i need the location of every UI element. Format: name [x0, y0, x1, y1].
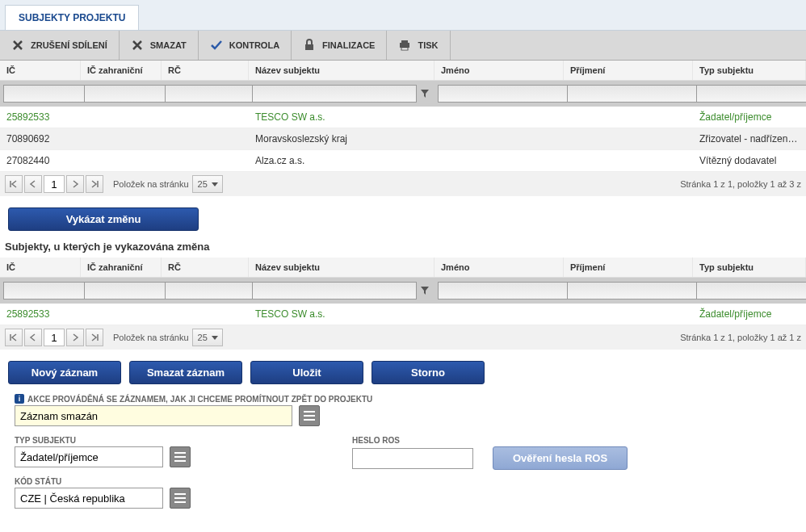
- filter-cell: [564, 280, 693, 301]
- toolbar-smazat[interactable]: SMAZAT: [120, 31, 199, 60]
- cell-jmeno: [434, 107, 564, 128]
- filter-cell: [0, 83, 81, 104]
- filter-input-prijmeni[interactable]: [567, 85, 705, 103]
- table-row[interactable]: 25892533TESCO SW a.s.Žadatel/příjemce: [0, 107, 806, 128]
- table-row[interactable]: 70890692Moravskoslezský krajZřizovatel -…: [0, 128, 806, 150]
- akce-input[interactable]: [15, 405, 292, 426]
- filter-input-typ[interactable]: [696, 85, 806, 103]
- pager-page-input[interactable]: [44, 175, 65, 193]
- toolbar-finalizace[interactable]: FINALIZACE: [292, 31, 387, 60]
- pager-perpage-select[interactable]: 25: [192, 329, 223, 346]
- pager-summary: Stránka 1 z 1, položky 1 až 3 z: [680, 179, 801, 189]
- list-picker-icon[interactable]: [170, 488, 191, 509]
- cell-rc: [162, 107, 249, 128]
- filter-cell: [162, 280, 249, 301]
- cell-ic: 25892533: [0, 107, 81, 128]
- pager: Položek na stránku 25 Stránka 1 z 1, pol…: [0, 325, 806, 350]
- toolbar-kontrola[interactable]: KONTROLA: [199, 31, 292, 60]
- list-picker-icon[interactable]: [170, 446, 191, 467]
- col-ic[interactable]: IČ: [0, 258, 81, 277]
- col-rc[interactable]: RČ: [162, 61, 249, 80]
- filter-input-jmeno[interactable]: [438, 282, 576, 300]
- heslo-ros-input[interactable]: [352, 448, 473, 469]
- grid-zmena: IČ IČ zahraniční RČ Název subjektu Jméno…: [0, 258, 806, 350]
- filter-icon[interactable]: [418, 282, 431, 300]
- filter-cell: [0, 280, 81, 301]
- pager-prev-icon[interactable]: [24, 329, 42, 346]
- pager-perpage-select[interactable]: 25: [192, 175, 223, 193]
- col-nazev[interactable]: Název subjektu: [249, 61, 434, 80]
- table-row[interactable]: 25892533TESCO SW a.s.Žadatel/příjemce: [0, 304, 806, 325]
- cell-typ: Vítězný dodavatel: [693, 150, 806, 171]
- print-icon: [398, 39, 411, 52]
- table-row[interactable]: 27082440Alza.cz a.s.Vítězný dodavatel: [0, 150, 806, 172]
- pager-first-icon[interactable]: [5, 175, 23, 193]
- pager-next-icon[interactable]: [66, 175, 84, 193]
- col-rc[interactable]: RČ: [162, 258, 249, 277]
- storno-button[interactable]: Storno: [372, 361, 485, 384]
- col-prijmeni[interactable]: Příjmení: [564, 258, 693, 277]
- toolbar-zruseni-sdileni[interactable]: ZRUŠENÍ SDÍLENÍ: [0, 31, 120, 60]
- cell-typ: Zřizovatel - nadřízený kra: [693, 128, 806, 149]
- grid-subjekty: IČ IČ zahraniční RČ Název subjektu Jméno…: [0, 61, 806, 196]
- filter-input-prijmeni[interactable]: [567, 282, 705, 300]
- pager-last-icon[interactable]: [86, 175, 103, 193]
- cell-prijmeni: [564, 128, 693, 149]
- tab-subjekty[interactable]: SUBJEKTY PROJEKTU: [5, 5, 139, 30]
- section-title-zmena: Subjekty, u kterých je vykazována změna: [5, 241, 806, 253]
- filter-icon[interactable]: [418, 85, 431, 103]
- typ-subjektu-label: TYP SUBJEKTU: [15, 436, 191, 445]
- pager-page-input[interactable]: [44, 329, 65, 346]
- pager-next-icon[interactable]: [66, 329, 84, 346]
- grid-header: IČ IČ zahraniční RČ Název subjektu Jméno…: [0, 61, 806, 81]
- info-icon: i: [15, 394, 24, 404]
- col-icz[interactable]: IČ zahraniční: [81, 61, 162, 80]
- col-icz[interactable]: IČ zahraniční: [81, 258, 162, 277]
- filter-input-jmeno[interactable]: [438, 85, 576, 103]
- col-jmeno[interactable]: Jméno: [434, 258, 564, 277]
- col-typ[interactable]: Typ subjektu: [693, 258, 806, 277]
- filter-cell: [693, 83, 806, 104]
- pager-last-icon[interactable]: [86, 329, 103, 346]
- novy-zaznam-button[interactable]: Nový záznam: [8, 361, 121, 384]
- filter-cell: [249, 83, 434, 104]
- typ-subjektu-input[interactable]: [15, 446, 163, 467]
- pager: Položek na stránku 25 Stránka 1 z 1, pol…: [0, 172, 806, 196]
- action-row: Nový záznam Smazat záznam Uložit Storno: [8, 361, 806, 384]
- col-typ[interactable]: Typ subjektu: [693, 61, 806, 80]
- cell-jmeno: [434, 304, 564, 325]
- cell-icz: [81, 107, 162, 128]
- cell-nazev: Alza.cz a.s.: [249, 150, 434, 171]
- filter-cell: [81, 280, 162, 301]
- col-ic[interactable]: IČ: [0, 61, 81, 80]
- toolbar-tisk[interactable]: TISK: [387, 31, 450, 60]
- pager-prev-icon[interactable]: [24, 175, 42, 193]
- col-prijmeni[interactable]: Příjmení: [564, 61, 693, 80]
- col-nazev[interactable]: Název subjektu: [249, 258, 434, 277]
- cell-prijmeni: [564, 304, 693, 325]
- list-picker-icon[interactable]: [299, 405, 320, 426]
- toolbar-label: KONTROLA: [229, 40, 279, 50]
- pager-first-icon[interactable]: [5, 329, 23, 346]
- smazat-zaznam-button[interactable]: Smazat záznam: [129, 361, 242, 384]
- ulozit-button[interactable]: Uložit: [250, 361, 363, 384]
- svg-rect-3: [401, 48, 408, 50]
- grid-body: 25892533TESCO SW a.s.Žadatel/příjemce708…: [0, 107, 806, 172]
- close-icon: [11, 39, 24, 52]
- tab-bar: SUBJEKTY PROJEKTU: [0, 0, 806, 31]
- cell-nazev: TESCO SW a.s.: [249, 107, 434, 128]
- toolbar-label: ZRUŠENÍ SDÍLENÍ: [31, 40, 107, 50]
- pager-perpage-label: Položek na stránku: [113, 333, 189, 342]
- filter-input-nazev[interactable]: [252, 282, 417, 300]
- overeni-hesla-button[interactable]: Ověření hesla ROS: [493, 446, 628, 470]
- cell-jmeno: [434, 128, 564, 149]
- filter-input-typ[interactable]: [696, 282, 806, 300]
- cell-rc: [162, 128, 249, 149]
- vykazat-zmenu-button[interactable]: Vykázat změnu: [8, 207, 199, 231]
- filter-input-nazev[interactable]: [252, 85, 417, 103]
- col-jmeno[interactable]: Jméno: [434, 61, 564, 80]
- cell-prijmeni: [564, 150, 693, 171]
- kod-statu-input[interactable]: [15, 488, 163, 509]
- cell-ic: 70890692: [0, 128, 81, 149]
- cell-rc: [162, 304, 249, 325]
